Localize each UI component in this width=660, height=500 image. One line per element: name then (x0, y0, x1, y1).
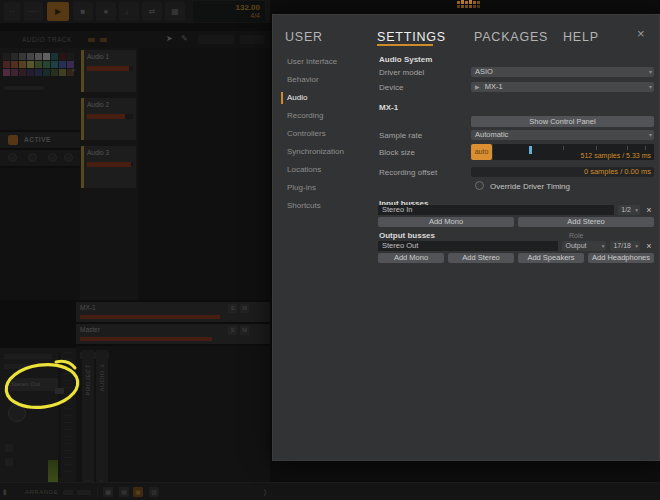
chevron-down-icon: ▾ (649, 82, 652, 92)
chevron-down-icon: ▾ (649, 130, 652, 140)
sample-rate-dropdown[interactable]: Automatic ▾ (471, 130, 654, 140)
recording-offset-field[interactable]: 0 samples / 0.00 ms (471, 167, 654, 177)
sidebar-item-controllers[interactable]: Controllers (281, 125, 373, 143)
chevron-down-icon: ▾ (635, 241, 638, 251)
block-size-value: 512 samples / 5.33 ms (581, 152, 651, 159)
tab-settings[interactable]: SETTINGS (377, 30, 446, 44)
chevron-down-icon: ▾ (649, 67, 652, 77)
tab-user[interactable]: USER (285, 30, 323, 44)
close-icon[interactable]: × (637, 26, 645, 41)
output-bus-add-row: Add Mono Add Stereo Add Speakers Add Hea… (378, 253, 654, 263)
sidebar-item-audio[interactable]: Audio (281, 89, 373, 107)
sidebar-item-user-interface[interactable]: User Interface (281, 53, 373, 71)
sidebar-item-behavior[interactable]: Behavior (281, 71, 373, 89)
add-mono-input-button[interactable]: Add Mono (378, 217, 514, 227)
output-bus-channels-value: 17/18 (613, 242, 631, 249)
override-driver-timing-checkbox[interactable] (475, 181, 484, 190)
input-bus-row: Stereo In 1/2 ▾ × (378, 205, 654, 215)
section-title-audio-system: Audio System (379, 55, 432, 64)
chevron-down-icon: ▾ (635, 205, 638, 215)
driver-model-value: ASIO (475, 67, 493, 76)
block-size-label: Block size (379, 148, 415, 157)
tab-packages[interactable]: PACKAGES (474, 30, 548, 44)
add-mono-output-button[interactable]: Add Mono (378, 253, 444, 263)
slider-scale-tick (645, 146, 646, 150)
output-bus-name-field[interactable]: Stereo Out (378, 241, 558, 251)
role-label: Role (569, 232, 583, 239)
slider-position-tick (529, 146, 532, 154)
device-dropdown[interactable]: ▶ MX-1 ▾ (471, 82, 654, 92)
show-control-panel-button[interactable]: Show Control Panel (471, 116, 654, 127)
override-driver-timing-label: Override Driver Timing (490, 182, 570, 191)
slider-scale-tick (627, 146, 628, 150)
tab-help[interactable]: HELP (563, 30, 599, 44)
recording-offset-label: Recording offset (379, 168, 437, 177)
sidebar-item-shortcuts[interactable]: Shortcuts (281, 197, 373, 215)
slider-scale-tick (563, 146, 564, 150)
active-tab-underline (377, 44, 433, 46)
output-bus-role-dropdown[interactable]: Output ▾ (562, 241, 606, 251)
output-bus-role-value: Output (565, 242, 586, 249)
block-size-slider[interactable]: 512 samples / 5.33 ms (493, 144, 654, 160)
annotation-circle (0, 348, 96, 420)
block-size-auto-button[interactable]: auto (471, 144, 492, 160)
remove-input-bus-button[interactable]: × (644, 205, 654, 215)
add-headphones-button[interactable]: Add Headphones (588, 253, 654, 263)
input-bus-channels-dropdown[interactable]: 1/2 ▾ (618, 205, 640, 215)
settings-sidebar: User Interface Behavior Audio Recording … (281, 53, 373, 215)
slider-scale-tick (596, 146, 597, 150)
device-value: MX-1 (485, 82, 503, 91)
bitwig-logo (457, 0, 481, 9)
screen: ·· ···· ▶ ■ ● ♩ ⇄ ▦ 132.00 4/4 AUDIO TRA… (0, 0, 660, 500)
add-speakers-button[interactable]: Add Speakers (518, 253, 584, 263)
device-label: Device (379, 83, 403, 92)
sidebar-item-synchronization[interactable]: Synchronization (281, 143, 373, 161)
output-bus-row: Stereo Out Output ▾ 17/18 ▾ × (378, 241, 654, 251)
block-size-control: auto 512 samples / 5.33 ms (471, 144, 654, 160)
sample-rate-value: Automatic (475, 130, 508, 139)
remove-output-bus-button[interactable]: × (644, 241, 654, 251)
driver-model-label: Driver model (379, 68, 424, 77)
input-bus-channels-value: 1/2 (621, 206, 631, 213)
sample-rate-label: Sample rate (379, 131, 422, 140)
settings-dialog: USER SETTINGS PACKAGES HELP × User Inter… (272, 14, 660, 461)
sidebar-item-plugins[interactable]: Plug-ins (281, 179, 373, 197)
input-bus-add-row: Add Mono Add Stereo (378, 217, 654, 227)
sidebar-item-locations[interactable]: Locations (281, 161, 373, 179)
driver-model-dropdown[interactable]: ASIO ▾ (471, 67, 654, 77)
input-bus-name-field[interactable]: Stereo In (378, 205, 614, 215)
section-title-output-busses: Output busses (379, 231, 435, 240)
chevron-down-icon: ▾ (602, 241, 605, 251)
sidebar-item-recording[interactable]: Recording (281, 107, 373, 125)
section-title-device: MX-1 (379, 103, 398, 112)
output-bus-channels-dropdown[interactable]: 17/18 ▾ (610, 241, 640, 251)
add-stereo-input-button[interactable]: Add Stereo (518, 217, 654, 227)
add-stereo-output-button[interactable]: Add Stereo (448, 253, 514, 263)
recording-offset-value: 0 samples / 0.00 ms (584, 167, 651, 177)
device-active-icon: ▶ (475, 84, 480, 90)
